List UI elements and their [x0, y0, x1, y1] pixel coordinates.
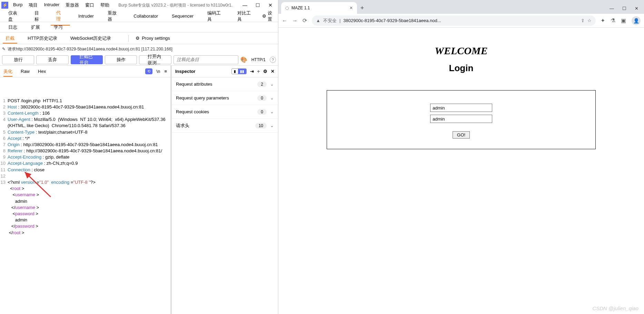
help-icon[interactable]: ? [270, 57, 276, 63]
code-line: 5Content-Type : text/plain;charset=UTF-8 [0, 129, 170, 135]
maximize-icon[interactable]: ☐ [622, 6, 626, 11]
inspector-item[interactable]: 请求头10⌄ [172, 119, 278, 133]
pencil-icon[interactable]: ✎ [2, 47, 6, 51]
tab-扩展[interactable]: 扩展 [26, 21, 46, 33]
inspector-title: Inspector [175, 69, 196, 74]
reload-icon[interactable]: ⟳ [303, 17, 307, 24]
forward-button[interactable]: 放行 [2, 55, 34, 64]
subtab-HTTP历史记录[interactable]: HTTP历史记录 [25, 34, 60, 43]
chrome-window: ◌ MAZE 1.1 ✕ + — ☐ ✕ ← → ⟳ ▲ 不安全 | 38029… [278, 0, 644, 314]
url-text: 3802900c-8195-40c7-9329-5bae1841aeea.nod… [343, 18, 578, 23]
proxy-settings-label: Proxy settings [142, 36, 170, 41]
star-icon[interactable]: ☆ [587, 18, 592, 23]
gear-icon[interactable]: ⚙ [263, 69, 267, 74]
security-warning-label: 不安全 [323, 18, 337, 24]
chevron-down-icon: ⌄ [270, 95, 274, 101]
address-bar[interactable]: ▲ 不安全 | 3802900c-8195-40c7-9329-5bae1841… [312, 16, 596, 26]
inspector-item[interactable]: Request attributes2⌄ [172, 77, 278, 91]
code-line: 4User-Agent : Mozilla/5.0 (Windows NT 10… [0, 116, 170, 129]
code-line: </username > [0, 204, 170, 211]
code-line: </password > [0, 223, 170, 229]
count-badge: 10 [255, 123, 267, 129]
gear-icon: ⚙ [136, 36, 140, 41]
extensions-icon[interactable]: ✦ [601, 17, 605, 24]
warning-icon: ▲ [316, 18, 320, 23]
username-field[interactable] [430, 104, 492, 112]
tab-close-icon[interactable]: ✕ [349, 6, 353, 10]
close-icon[interactable]: ✕ [268, 2, 273, 8]
request-editor: 美化RawHex ⟲ \n ≡ 1POST /login.php HTTP/1.… [0, 66, 170, 314]
tab-日志[interactable]: 日志 [3, 21, 23, 33]
inspector-item-label: 请求头 [176, 123, 189, 129]
inspector-item[interactable]: Request cookies0⌄ [172, 105, 278, 119]
minimize-icon[interactable]: — [610, 6, 614, 11]
code-line: 13<?xml version ="1.0" encoding ="UTF-8 … [0, 179, 170, 185]
inspector-item-label: Request query parameters [176, 95, 229, 101]
chrome-toolbar: ← → ⟳ ▲ 不安全 | 3802900c-8195-40c7-9329-5b… [278, 14, 644, 28]
expand-icon[interactable]: ÷ [257, 69, 260, 74]
code-line: admin [0, 217, 170, 223]
editor-tab-美化[interactable]: 美化 [3, 69, 12, 77]
profile-avatar[interactable]: 👤 [632, 16, 641, 25]
settings-button[interactable]: ⚙设置 [262, 10, 275, 22]
editor-row: 美化RawHex ⟲ \n ≡ 1POST /login.php HTTP/1.… [0, 66, 278, 314]
tab-学习[interactable]: 学习 [48, 21, 68, 33]
subtab-WebSocket历史记录[interactable]: WebSocket历史记录 [68, 34, 114, 43]
go-button[interactable]: GO! [453, 131, 470, 139]
code-line: 9Accept-Encoding : gzip, deflate [0, 154, 170, 160]
divider [128, 35, 129, 42]
forward-icon[interactable]: → [292, 18, 298, 24]
inspector-item-label: Request cookies [176, 109, 209, 114]
watermark-text: CSDN @julien_qiao [592, 305, 638, 311]
browser-tab[interactable]: ◌ MAZE 1.1 ✕ [281, 2, 357, 14]
proxy-settings-link[interactable]: ⚙ Proxy settings [136, 36, 170, 41]
panel-icon[interactable]: ▣ [621, 17, 626, 24]
newline-icon[interactable]: \n [157, 69, 160, 74]
request-url-line: ✎ 请求http://3802900c-8195-40c7-9329-5bae1… [0, 44, 278, 54]
back-icon[interactable]: ← [282, 18, 287, 24]
close-icon[interactable]: ✕ [635, 6, 638, 11]
globe-icon: ◌ [285, 6, 289, 10]
code-line: 6Accept : */* [0, 135, 170, 142]
tab-Collaborator[interactable]: Collaborator [128, 11, 164, 21]
code-line: 10Accept-Language : zh-CN,zh;q=0.9 [0, 160, 170, 166]
new-tab-button[interactable]: + [357, 4, 367, 14]
collapse-icon[interactable]: ⇥ [250, 69, 254, 74]
color-icon[interactable]: 🎨 [240, 56, 247, 63]
editor-tab-Hex[interactable]: Hex [38, 69, 46, 74]
hamburger-icon[interactable]: ≡ [164, 69, 167, 74]
subtab-拦截[interactable]: 拦截 [3, 34, 17, 44]
burp-window: ⚡ Burp项目Intruder重放器窗口帮助 Burp Suite专业版 v2… [0, 0, 278, 314]
menu-窗口[interactable]: 窗口 [85, 2, 94, 8]
action-button[interactable]: 操作 [105, 55, 137, 64]
intercept-toggle-button[interactable]: 拦截已开启 [71, 55, 103, 64]
http-version-label: HTTP/1 [249, 57, 268, 62]
share-icon[interactable]: ⇪ [581, 18, 585, 23]
password-field[interactable] [430, 115, 492, 123]
code-editor[interactable]: 1POST /login.php HTTP/1.12Host : 3802900… [0, 77, 170, 314]
tab-Sequencer[interactable]: Sequencer [166, 11, 199, 21]
close-icon[interactable]: ✕ [271, 69, 275, 74]
code-line: <username > [0, 192, 170, 198]
code-line: 1POST /login.php HTTP/1.1 [0, 98, 170, 104]
request-url-text: 请求http://3802900c-8195-40c7-9329-5bae184… [8, 46, 172, 52]
burp-main-tabs: 仪表盘目标代理Intruder重放器CollaboratorSequencer编… [0, 10, 278, 22]
drop-button[interactable]: 丢弃 [36, 55, 68, 64]
chrome-tab-bar: ◌ MAZE 1.1 ✕ + — ☐ ✕ [278, 0, 644, 14]
layout-toggle[interactable]: ▮▮▮ [231, 68, 247, 74]
welcome-heading: WELCOME [435, 45, 487, 57]
tab-Intruder[interactable]: Intruder [73, 11, 99, 21]
count-badge: 0 [257, 95, 267, 101]
open-browser-button[interactable]: 打开内嵌浏... [139, 55, 171, 64]
inspector-header: Inspector ▮▮▮ ⇥ ÷ ⚙ ✕ [172, 66, 278, 77]
comment-input[interactable] [174, 55, 238, 64]
code-line: <root > [0, 185, 170, 192]
chrome-window-controls: — ☐ ✕ [610, 6, 644, 14]
flask-icon[interactable]: ⚗ [611, 17, 615, 24]
inspector-item[interactable]: Request query parameters0⌄ [172, 91, 278, 105]
inspector-toolbar: ▮▮▮ ⇥ ÷ ⚙ ✕ [231, 68, 275, 74]
editor-tab-Raw[interactable]: Raw [21, 69, 30, 74]
divider: | [339, 18, 340, 23]
wrap-icon[interactable]: ⟲ [145, 68, 152, 74]
code-line: 8Referer : http://3802900c-8195-40c7-932… [0, 148, 170, 154]
